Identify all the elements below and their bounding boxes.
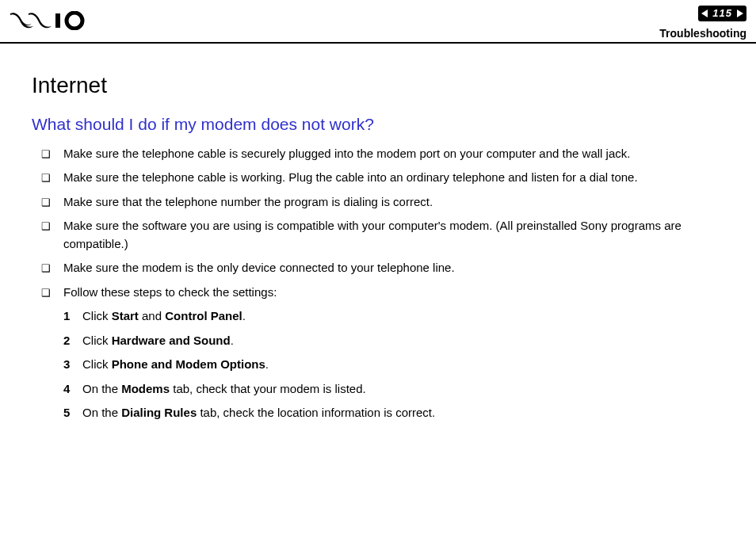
step-number: 5: [63, 404, 70, 422]
step-item: 1 Click Start and Control Panel.: [63, 307, 728, 326]
list-item: Make sure the telephone cable is working…: [41, 169, 728, 187]
question-heading: What should I do if my modem does not wo…: [32, 112, 728, 137]
step-number: 4: [63, 380, 70, 399]
list-item: Make sure the modem is the only device c…: [41, 259, 728, 277]
svg-point-1: [67, 13, 82, 29]
step-item: 5 On the Dialing Rules tab, check the lo…: [63, 404, 728, 422]
step-text: Click Hardware and Sound.: [82, 334, 234, 347]
step-number: 3: [63, 356, 70, 374]
step-text: Click Phone and Modem Options.: [82, 357, 269, 371]
page-nav[interactable]: 115: [698, 6, 746, 21]
step-text: On the Dialing Rules tab, check the loca…: [82, 406, 435, 419]
list-item: Make sure the telephone cable is securel…: [41, 145, 728, 163]
step-text: Click Start and Control Panel.: [82, 309, 246, 322]
page-number: 115: [712, 6, 732, 21]
list-item: Make sure that the telephone number the …: [41, 193, 728, 212]
step-item: 2 Click Hardware and Sound.: [63, 332, 728, 350]
step-number: 1: [63, 307, 70, 326]
chapter-title: Internet: [32, 69, 728, 102]
prev-page-icon[interactable]: [701, 10, 708, 17]
header-right: 115 Troubleshooting: [659, 5, 746, 42]
list-item: Make sure the software you are using is …: [41, 217, 728, 253]
step-text: On the Modems tab, check that your modem…: [82, 382, 366, 395]
steps-list: 1 Click Start and Control Panel. 2 Click…: [32, 307, 728, 422]
step-item: 4 On the Modems tab, check that your mod…: [63, 380, 728, 399]
list-item: Follow these steps to check the settings…: [41, 284, 728, 302]
vaio-logo: [10, 11, 97, 36]
step-number: 2: [63, 332, 70, 350]
step-item: 3 Click Phone and Modem Options.: [63, 356, 728, 374]
next-page-icon[interactable]: [737, 10, 743, 17]
page-content: Internet What should I do if my modem do…: [0, 44, 756, 444]
svg-rect-0: [55, 13, 60, 28]
bullet-list: Make sure the telephone cable is securel…: [32, 145, 728, 302]
section-name: Troubleshooting: [659, 25, 746, 42]
page-header: 115 Troubleshooting: [0, 0, 756, 44]
